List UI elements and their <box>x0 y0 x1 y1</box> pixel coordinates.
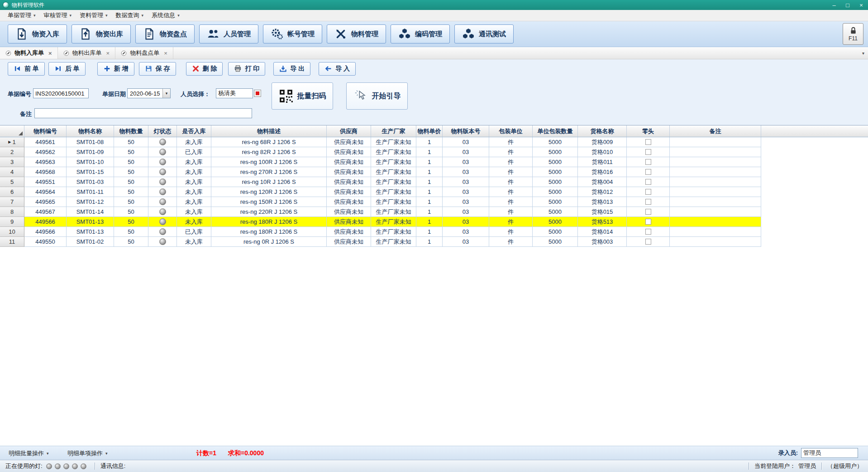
toolbar-button-doc-import[interactable]: 物资入库 <box>8 24 67 43</box>
cell-qty: 50 <box>114 147 148 157</box>
column-header-1[interactable]: 物料编号 <box>24 125 67 137</box>
batch-ops-button[interactable]: 明细批量操作 ▾ <box>5 448 53 458</box>
single-ops-button[interactable]: 明细单项操作 ▾ <box>63 448 112 458</box>
fraction-checkbox[interactable] <box>645 169 651 175</box>
fraction-checkbox[interactable] <box>645 239 651 245</box>
column-header-11[interactable]: 包装单位 <box>489 125 533 137</box>
chevron-down-icon[interactable]: ▾ <box>162 89 170 98</box>
cell-desc: res-ng 220R J 1206 S <box>211 207 327 217</box>
table-row[interactable]: 8449567SMT01-1450未入库res-ng 220R J 1206 S… <box>0 207 761 217</box>
fraction-checkbox[interactable] <box>645 209 651 215</box>
row-header[interactable]: 6 <box>0 187 24 197</box>
batch-scan-button[interactable]: 批量扫码 <box>272 82 333 110</box>
remark-input[interactable] <box>34 108 252 118</box>
row-header[interactable]: 9 <box>0 217 24 227</box>
close-icon[interactable]: × <box>48 50 52 57</box>
column-header-10[interactable]: 物料版本号 <box>443 125 489 137</box>
toolbar-button-comm-cubes[interactable]: 通讯测试 <box>454 24 514 43</box>
toolbar-button-doc-list[interactable]: 物资盘点 <box>135 24 195 43</box>
row-header[interactable]: 5 <box>0 177 24 187</box>
person-picker-button[interactable] <box>254 90 261 97</box>
table-row[interactable]: 2449562SMT01-0950已入库res-ng 82R J 1206 S供… <box>0 147 761 157</box>
fraction-checkbox[interactable] <box>645 199 651 205</box>
toolbar-button-doc-export[interactable]: 物资出库 <box>72 24 131 43</box>
tab-3[interactable]: 物料盘点单× <box>115 47 173 59</box>
person-input[interactable] <box>216 88 253 98</box>
row-header[interactable]: 4 <box>0 167 24 177</box>
menu-item-1[interactable]: 单据管理▾ <box>4 10 40 21</box>
action-button-import[interactable]: 导 入 <box>319 62 356 76</box>
column-header-3[interactable]: 物料数量 <box>114 125 148 137</box>
start-guide-button[interactable]: 开始引导 <box>346 82 408 110</box>
column-header-9[interactable]: 物料单价 <box>416 125 443 137</box>
minimize-button[interactable]: – <box>827 0 841 10</box>
close-icon[interactable]: × <box>106 50 110 57</box>
action-button-export[interactable]: 导 出 <box>273 62 310 76</box>
row-number: 2 <box>10 149 14 155</box>
maximize-button[interactable]: □ <box>841 0 854 10</box>
table-row[interactable]: 5449551SMT01-0350未入库res-ng 10R J 1206 S供… <box>0 177 761 187</box>
column-header-15[interactable]: 备注 <box>670 125 761 137</box>
action-button-first[interactable]: 前 单 <box>8 62 45 76</box>
table-row[interactable]: 9449566SMT01-1350未入库res-ng 180R J 1206 S… <box>0 217 761 227</box>
fraction-checkbox[interactable] <box>645 139 651 145</box>
table-row[interactable]: 6449564SMT01-1150未入库res-ng 120R J 1206 S… <box>0 187 761 197</box>
menu-item-2[interactable]: 审核管理▾ <box>40 10 76 21</box>
fraction-checkbox[interactable] <box>645 189 651 195</box>
row-header[interactable]: 2 <box>0 147 24 157</box>
cell-remark <box>670 167 761 177</box>
cell-remark <box>670 137 761 147</box>
action-button-add[interactable]: 新 增 <box>97 62 134 76</box>
tab-overflow-button[interactable]: ▾ <box>862 47 864 59</box>
table-row[interactable]: 10449566SMT01-1350已入库res-ng 180R J 1206 … <box>0 227 761 237</box>
toolbar-button-cubes[interactable]: 编码管理 <box>391 24 450 43</box>
menu-item-5[interactable]: 系统信息▾ <box>148 10 184 21</box>
action-button-last[interactable]: 后 单 <box>48 62 86 76</box>
fraction-checkbox[interactable] <box>645 179 651 185</box>
fraction-checkbox[interactable] <box>645 149 651 155</box>
table-row[interactable]: 4449568SMT01-1550未入库res-ng 270R J 1206 S… <box>0 167 761 177</box>
fraction-checkbox[interactable] <box>645 159 651 165</box>
column-header-7[interactable]: 供应商 <box>327 125 371 137</box>
table-row[interactable]: ▶1449561SMT01-0850未入库res-ng 68R J 1206 S… <box>0 137 761 147</box>
table-row[interactable]: 3449563SMT01-1050未入库res-ng 100R J 1206 S… <box>0 157 761 167</box>
action-button-print[interactable]: 打 印 <box>228 62 265 76</box>
close-icon[interactable]: × <box>164 50 167 57</box>
row-header[interactable]: 8 <box>0 207 24 217</box>
fraction-checkbox[interactable] <box>645 229 651 235</box>
column-header-13[interactable]: 货格名称 <box>578 125 627 137</box>
fraction-checkbox[interactable] <box>645 219 651 225</box>
column-header-8[interactable]: 生产厂家 <box>371 125 416 137</box>
column-header-label: 物料描述 <box>257 127 281 135</box>
column-header-2[interactable]: 物料名称 <box>67 125 114 137</box>
row-header[interactable]: 7 <box>0 197 24 207</box>
menu-item-3[interactable]: 资料管理▾ <box>76 10 112 21</box>
column-header-4[interactable]: 灯状态 <box>148 125 177 137</box>
recorder-input[interactable] <box>801 448 858 458</box>
row-header[interactable]: 11 <box>0 237 24 247</box>
table-row[interactable]: 7449565SMT01-1250未入库res-ng 150R J 1206 S… <box>0 197 761 207</box>
action-button-save[interactable]: 保 存 <box>139 62 176 76</box>
grid-corner-cell[interactable] <box>0 125 24 137</box>
toolbar-button-gears[interactable]: 帐号管理 <box>263 24 322 43</box>
row-header[interactable]: 3 <box>0 157 24 167</box>
column-header-12[interactable]: 单位包装数量 <box>533 125 578 137</box>
table-row[interactable]: 11449550SMT01-0250未入库res-ng 0R J 1206 S供… <box>0 237 761 247</box>
action-button-delete[interactable]: 删 除 <box>186 62 223 76</box>
tab-2[interactable]: 物料出库单× <box>58 47 116 59</box>
lock-f11-button[interactable]: F11 <box>843 23 863 45</box>
row-header[interactable]: ▶1 <box>0 137 24 147</box>
edit-icon <box>63 50 69 56</box>
row-header[interactable]: 10 <box>0 227 24 237</box>
tab-1[interactable]: 物料入库单× <box>0 47 58 59</box>
close-button[interactable]: × <box>854 0 868 10</box>
menu-item-4[interactable]: 数据查询▾ <box>112 10 148 21</box>
row-number: 3 <box>10 159 14 165</box>
toolbar-button-people[interactable]: 人员管理 <box>199 24 258 43</box>
order-no-input[interactable] <box>33 88 89 98</box>
order-date-combobox[interactable]: 2020-06-15 ▾ <box>127 88 171 98</box>
column-header-6[interactable]: 物料描述 <box>211 125 327 137</box>
column-header-5[interactable]: 是否入库 <box>177 125 211 137</box>
toolbar-button-tools[interactable]: 物料管理 <box>327 24 386 43</box>
column-header-14[interactable]: 零头 <box>627 125 670 137</box>
